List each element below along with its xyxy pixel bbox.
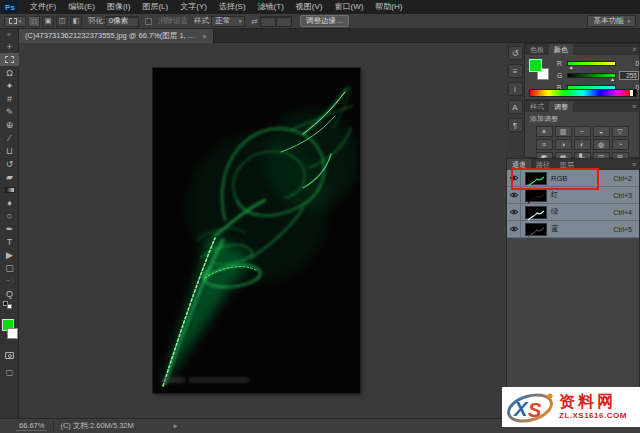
feather-label: 羽化: <box>88 16 105 26</box>
feather-input[interactable]: 0像素 <box>105 16 139 27</box>
eraser-tool[interactable]: ▰ <box>0 170 19 183</box>
width-input[interactable] <box>260 16 276 27</box>
visibility-eye-icon[interactable] <box>507 204 521 221</box>
adjustments-tab-调整[interactable]: 调整 <box>549 101 573 112</box>
menu-item-t[interactable]: 滤镜(T) <box>252 0 290 14</box>
move-tool[interactable]: + <box>0 40 19 53</box>
color-slider-r: R▲0 <box>557 57 639 69</box>
vibrance-icon[interactable]: ▽ <box>612 126 629 137</box>
canvas-area[interactable] <box>19 43 506 418</box>
channel-row-blue[interactable]: 蓝Ctrl+5 <box>507 221 639 238</box>
zoom-tool[interactable]: Q <box>0 287 19 300</box>
channel-row-green[interactable]: 绿Ctrl+4 <box>507 204 639 221</box>
quick-selection-tool[interactable]: ✦ <box>0 79 19 92</box>
color-tab-色板[interactable]: 色板 <box>525 44 549 55</box>
close-tab-icon[interactable]: × <box>202 32 207 41</box>
shape-tool[interactable]: ▢ <box>0 261 19 274</box>
properties-panel-icon[interactable]: ≡ <box>508 64 523 78</box>
brush-tool[interactable]: ∕ <box>0 131 19 144</box>
document-tab[interactable]: (C)4737313621232373555.jpg @ 66.7%(图层 1,… <box>19 29 214 43</box>
eyedropper-tool[interactable]: ✎ <box>0 105 19 118</box>
new-selection-mode-button[interactable]: □ <box>28 16 40 27</box>
paragraph-panel-icon[interactable]: ¶ <box>508 118 523 132</box>
quick-mask-button[interactable] <box>0 349 19 362</box>
channel-mixer-icon[interactable]: ◔ <box>612 139 629 150</box>
collapse-toolbar-icon[interactable]: « <box>0 29 18 40</box>
history-panel-icon[interactable]: ↺ <box>508 46 523 60</box>
swap-dimensions-icon[interactable]: ⇄ <box>251 17 258 26</box>
path-selection-tool[interactable]: ▶ <box>0 248 19 261</box>
menu-item-h[interactable]: 帮助(H) <box>369 0 408 14</box>
slider-value[interactable]: 255 <box>619 71 639 80</box>
slider-value[interactable]: 0 <box>619 60 639 67</box>
channels-tab-图层[interactable]: 图层 <box>555 159 579 170</box>
history-brush-tool[interactable]: ↺ <box>0 157 19 170</box>
levels-icon[interactable]: ▥ <box>555 126 572 137</box>
slider-thumb[interactable]: ▲ <box>569 65 574 70</box>
lasso-tool-icon: Ω <box>6 68 13 78</box>
default-colors-icon[interactable] <box>0 300 19 309</box>
height-input[interactable] <box>276 16 292 27</box>
hue-saturation-icon[interactable]: ≡ <box>536 139 553 150</box>
visibility-eye-icon[interactable] <box>507 187 521 204</box>
blur-tool[interactable]: ♦ <box>0 196 19 209</box>
menu-item-e[interactable]: 编辑(E) <box>62 0 101 14</box>
exposure-icon[interactable]: ◒ <box>593 126 610 137</box>
visibility-eye-icon[interactable] <box>507 170 521 187</box>
subtract-selection-mode-button[interactable]: ◫ <box>56 16 68 27</box>
menu-item-w[interactable]: 窗口(W) <box>328 0 369 14</box>
black-white-icon[interactable]: ◐ <box>574 139 591 150</box>
workspace-switcher-button[interactable]: 基本功能▾ <box>587 15 636 27</box>
color-spectrum-ramp[interactable] <box>529 89 637 97</box>
panel-menu-icon[interactable]: ≡ <box>632 159 636 170</box>
background-color-swatch[interactable] <box>7 328 18 339</box>
menu-item-y[interactable]: 文字(Y) <box>174 0 213 14</box>
add-selection-mode-button[interactable]: ▣ <box>42 16 54 27</box>
type-tool[interactable]: T <box>0 235 19 248</box>
channels-tab-通道[interactable]: 通道 <box>507 159 531 170</box>
character-panel-icon[interactable]: A <box>508 100 523 114</box>
refine-edge-button[interactable]: 调整边缘… <box>300 15 350 27</box>
slider-thumb[interactable]: ▲ <box>610 77 615 82</box>
adjustments-tab-样式[interactable]: 样式 <box>525 101 549 112</box>
photo-filter-icon[interactable]: ◍ <box>593 139 610 150</box>
curves-icon[interactable]: ~ <box>574 126 591 137</box>
channels-tab-路径[interactable]: 路径 <box>531 159 555 170</box>
document-image[interactable] <box>153 68 360 393</box>
menu-item-f[interactable]: 文件(F) <box>24 0 62 14</box>
panel-menu-icon[interactable]: ≡ <box>632 44 636 55</box>
channel-row-red[interactable]: 红Ctrl+3 <box>507 187 639 204</box>
menu-item-l[interactable]: 图层(L) <box>136 0 174 14</box>
panel-menu-icon[interactable]: ≡ <box>632 101 636 112</box>
clone-stamp-tool[interactable]: ⊔ <box>0 144 19 157</box>
healing-brush-tool[interactable]: ⊕ <box>0 118 19 131</box>
zoom-level-field[interactable]: 66.67% <box>16 421 47 431</box>
dodge-tool[interactable]: ○ <box>0 209 19 222</box>
crop-tool[interactable]: # <box>0 92 19 105</box>
menu-item-i[interactable]: 图像(I) <box>101 0 137 14</box>
slider-track-r[interactable]: ▲ <box>567 61 616 66</box>
pen-tool[interactable]: ✒ <box>0 222 19 235</box>
tool-preset-picker[interactable]: ▾ <box>4 16 26 27</box>
screen-mode-button[interactable]: ▢ <box>0 366 19 379</box>
color-balance-icon[interactable]: ◑ <box>555 139 572 150</box>
brightness-contrast-icon[interactable]: ☀ <box>536 126 553 137</box>
intersect-selection-mode-button[interactable]: ◧ <box>70 16 82 27</box>
color-tab-颜色[interactable]: 颜色 <box>549 44 573 55</box>
xs-logo-icon: X S <box>506 389 556 425</box>
lasso-tool[interactable]: Ω <box>0 66 19 79</box>
visibility-eye-icon[interactable] <box>507 221 521 238</box>
status-options-arrow-icon[interactable]: ▸ <box>174 422 178 430</box>
menu-item-v[interactable]: 视图(V) <box>290 0 329 14</box>
menu-item-s[interactable]: 选择(S) <box>213 0 252 14</box>
hand-tool[interactable]: ☜ <box>0 274 19 287</box>
info-panel-icon[interactable]: i <box>508 82 523 96</box>
style-select[interactable]: 正常▾ <box>211 16 245 27</box>
channel-row-rgb[interactable]: RGBCtrl+2 <box>507 170 639 187</box>
rectangular-marquee-tool[interactable] <box>0 53 19 66</box>
watermark-url: ZL.XS1616.COM <box>559 412 627 420</box>
slider-track-g[interactable]: ▲ <box>567 73 616 78</box>
foreground-color-swatch[interactable] <box>529 59 542 72</box>
antialias-checkbox[interactable] <box>145 18 152 25</box>
gradient-tool[interactable] <box>0 183 19 196</box>
